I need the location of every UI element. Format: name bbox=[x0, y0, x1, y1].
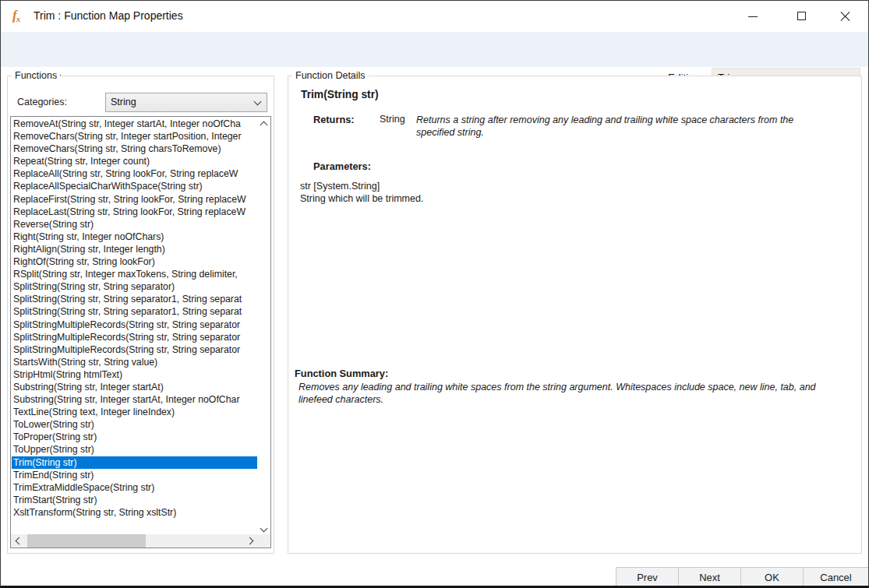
list-item[interactable]: TrimStart(String str) bbox=[12, 494, 257, 506]
list-item[interactable]: ToUpper(String str) bbox=[12, 443, 257, 456]
list-item[interactable]: ReplaceLast(String str, String lookFor, … bbox=[12, 206, 257, 218]
list-item[interactable]: StripHtml(String htmlText) bbox=[12, 368, 257, 381]
list-item[interactable]: Substring(String str, Integer startAt) bbox=[12, 381, 257, 393]
cancel-button[interactable]: Cancel bbox=[803, 567, 869, 588]
scroll-right-button[interactable] bbox=[244, 534, 257, 548]
list-item[interactable]: RemoveAt(String str, Integer startAt, In… bbox=[12, 118, 257, 130]
chevron-down-icon bbox=[260, 525, 268, 533]
list-item[interactable]: Reverse(String str) bbox=[12, 218, 257, 231]
list-item[interactable]: TrimEnd(String str) bbox=[12, 469, 257, 481]
window-title: Trim : Function Map Properties bbox=[34, 9, 183, 22]
list-item[interactable]: StartsWith(String str, String value) bbox=[12, 356, 257, 368]
list-item[interactable]: Substring(String str, Integer startAt, I… bbox=[12, 393, 257, 406]
list-item[interactable]: TrimExtraMiddleSpace(String str) bbox=[12, 481, 257, 494]
categories-label: Categories: bbox=[17, 97, 67, 107]
scroll-up-button[interactable] bbox=[257, 117, 270, 130]
function-listbox: RemoveAt(String str, Integer startAt, In… bbox=[10, 116, 271, 548]
parameter-description: String which will be trimmed. bbox=[300, 193, 423, 204]
horizontal-scrollbar[interactable] bbox=[11, 534, 257, 548]
chevron-up-icon bbox=[260, 121, 268, 129]
function-details-title: Function Details bbox=[292, 70, 369, 81]
list-item[interactable]: SplitString(String str, String separator… bbox=[12, 280, 257, 293]
list-item[interactable]: TextLine(String text, Integer lineIndex) bbox=[12, 406, 257, 418]
list-item[interactable]: SplitString(String str, String separator… bbox=[12, 293, 257, 305]
maximize-button[interactable] bbox=[783, 1, 819, 32]
list-item[interactable]: Right(String str, Integer noOfChars) bbox=[12, 231, 257, 243]
toolbar: ← → Editing: Trim bbox=[1, 32, 868, 67]
function-list: RemoveAt(String str, Integer startAt, In… bbox=[12, 118, 257, 534]
list-item[interactable]: SplitStringMultipleRecords(String str, S… bbox=[12, 331, 257, 343]
fx-app-icon: fx bbox=[12, 8, 28, 25]
functions-panel-title: Functions bbox=[12, 70, 60, 81]
chevron-down-icon bbox=[255, 99, 260, 104]
close-button[interactable] bbox=[827, 1, 863, 32]
list-item[interactable]: RemoveChars(String str, Integer startPos… bbox=[12, 130, 257, 143]
list-item[interactable]: ToLower(String str) bbox=[12, 418, 257, 431]
chevron-right-icon bbox=[246, 537, 254, 545]
function-summary-label: Function Summary: bbox=[295, 368, 388, 379]
returns-type: String bbox=[380, 114, 405, 125]
scrollbar-corner bbox=[257, 534, 270, 548]
dialog-window: fx Trim : Function Map Properties ← → Ed… bbox=[0, 0, 869, 588]
ok-button[interactable]: OK bbox=[740, 567, 804, 588]
list-item[interactable]: ToProper(String str) bbox=[12, 431, 257, 443]
list-item[interactable]: Trim(String str) bbox=[12, 456, 257, 469]
list-item[interactable]: ReplaceAll(String str, String lookFor, S… bbox=[12, 167, 257, 180]
prev-button[interactable]: Prev bbox=[616, 567, 679, 588]
returns-label: Returns: bbox=[313, 114, 355, 125]
next-button[interactable]: Next bbox=[678, 567, 741, 588]
function-summary-text: Removes any leading and trailing white s… bbox=[298, 381, 848, 406]
list-item[interactable]: SplitString(String str, String separator… bbox=[12, 305, 257, 318]
maximize-icon bbox=[797, 12, 806, 20]
list-item[interactable]: RemoveChars(String str, String charsToRe… bbox=[12, 143, 257, 155]
functions-panel: Functions Categories: String RemoveAt(St… bbox=[7, 76, 274, 554]
list-item[interactable]: RightAlign(String str, Integer length) bbox=[12, 243, 257, 255]
categories-value: String bbox=[111, 97, 136, 107]
categories-dropdown[interactable]: String bbox=[105, 93, 267, 112]
list-item[interactable]: ReplaceAllSpecialCharWithSpace(String st… bbox=[12, 180, 257, 192]
horizontal-scroll-thumb[interactable] bbox=[27, 534, 146, 548]
minimize-button[interactable] bbox=[735, 1, 771, 32]
chevron-left-icon bbox=[16, 537, 23, 545]
title-bar: fx Trim : Function Map Properties bbox=[1, 1, 868, 32]
list-item[interactable]: ReplaceFirst(String str, String lookFor,… bbox=[12, 193, 257, 206]
function-details-panel: Function Details Trim(String str) Return… bbox=[288, 76, 862, 554]
close-icon bbox=[840, 11, 850, 21]
list-item[interactable]: Repeat(String str, Integer count) bbox=[12, 155, 257, 167]
parameter-name: str [System.String] bbox=[300, 181, 380, 192]
list-item[interactable]: XsltTransform(String str, String xsltStr… bbox=[12, 506, 257, 519]
vertical-scrollbar[interactable] bbox=[257, 117, 270, 534]
list-item[interactable]: RSplit(String str, Integer maxTokens, St… bbox=[12, 268, 257, 280]
scroll-left-button[interactable] bbox=[11, 534, 24, 548]
returns-description: Returns a string after removing any lead… bbox=[416, 114, 825, 139]
function-signature: Trim(String str) bbox=[301, 89, 379, 100]
minimize-icon bbox=[748, 16, 758, 17]
list-item[interactable]: SplitStringMultipleRecords(String str, S… bbox=[12, 343, 257, 356]
scroll-down-button[interactable] bbox=[257, 521, 270, 534]
list-item[interactable]: RightOf(String str, String lookFor) bbox=[12, 255, 257, 268]
parameters-label: Parameters: bbox=[313, 160, 371, 172]
list-item[interactable]: SplitStringMultipleRecords(String str, S… bbox=[12, 319, 257, 331]
